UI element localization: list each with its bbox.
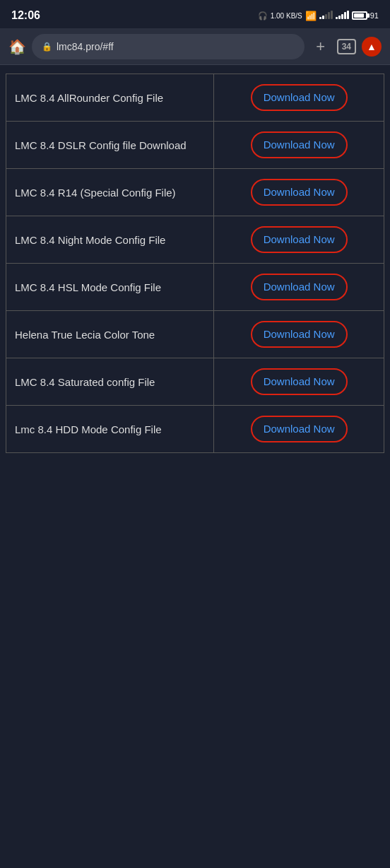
browser-bar: 🏠 🔒 lmc84.pro/#ff + 34 ▲ [0,28,390,65]
config-name: LMC 8.4 Saturated config File [6,358,214,406]
network-speed: 1.00 KB/S [271,12,302,20]
config-name: LMC 8.4 R14 (Special Config File) [6,169,214,216]
download-cell: Download Now [214,406,384,453]
table-row: LMC 8.4 Saturated config FileDownload No… [6,358,384,406]
download-table: LMC 8.4 AllRounder Config FileDownload N… [6,74,384,453]
status-time: 12:06 [11,9,40,22]
home-icon: 🏠 [8,39,26,54]
download-button-wrapper[interactable]: Download Now [251,274,348,300]
wifi-icon: 📶 [305,11,317,21]
config-name: Lmc 8.4 HDD Mode Config File [6,406,214,453]
signal-icon-2 [336,11,349,20]
add-tab-button[interactable]: + [310,36,331,57]
plus-icon: + [316,37,325,56]
tabs-count[interactable]: 34 [337,39,356,54]
signal-icon [319,11,333,20]
download-button-wrapper[interactable]: Download Now [251,84,348,111]
download-cell: Download Now [214,264,384,311]
download-cell: Download Now [214,169,384,216]
headphone-icon: 🎧 [258,11,268,20]
download-link[interactable]: Download Now [264,233,335,245]
download-link[interactable]: Download Now [264,281,335,293]
download-button-wrapper[interactable]: Download Now [251,131,348,158]
url-bar[interactable]: 🔒 lmc84.pro/#ff [32,34,305,59]
config-name: LMC 8.4 Night Mode Config File [6,216,214,264]
url-text: lmc84.pro/#ff [57,41,114,52]
table-row: LMC 8.4 DSLR Config file DownloadDownloa… [6,122,384,169]
download-link[interactable]: Download Now [264,186,335,198]
download-button-wrapper[interactable]: Download Now [251,416,348,442]
status-icons: 🎧 1.00 KB/S 📶 91 [258,11,379,21]
download-cell: Download Now [214,216,384,264]
config-name: Helena True Lecia Color Tone [6,311,214,358]
download-button-wrapper[interactable]: Download Now [251,368,348,395]
lock-icon: 🔒 [42,42,52,52]
battery-percent: 91 [370,11,379,20]
download-link[interactable]: Download Now [264,328,335,340]
config-name: LMC 8.4 DSLR Config file Download [6,122,214,169]
table-row: Helena True Lecia Color ToneDownload Now [6,311,384,358]
download-button-wrapper[interactable]: Download Now [251,226,348,253]
download-cell: Download Now [214,122,384,169]
download-cell: Download Now [214,358,384,406]
status-bar: 12:06 🎧 1.00 KB/S 📶 91 [0,0,390,28]
battery-icon [352,11,367,20]
arrow-up-icon: ▲ [367,41,377,52]
signal-bars-1 [319,11,333,19]
signal-bars-2 [336,11,349,19]
config-name: LMC 8.4 HSL Mode Config File [6,264,214,311]
home-button[interactable]: 🏠 [8,38,26,55]
table-row: LMC 8.4 Night Mode Config FileDownload N… [6,216,384,264]
download-cell: Download Now [214,74,384,122]
download-link[interactable]: Download Now [264,139,335,151]
table-row: LMC 8.4 HSL Mode Config FileDownload Now [6,264,384,311]
download-link[interactable]: Download Now [264,375,335,387]
download-button-wrapper[interactable]: Download Now [251,321,348,348]
menu-button[interactable]: ▲ [362,37,382,57]
config-name: LMC 8.4 AllRounder Config File [6,74,214,122]
table-row: LMC 8.4 AllRounder Config FileDownload N… [6,74,384,122]
content-area: LMC 8.4 AllRounder Config FileDownload N… [0,65,390,462]
download-link[interactable]: Download Now [264,91,335,103]
download-button-wrapper[interactable]: Download Now [251,179,348,206]
download-cell: Download Now [214,311,384,358]
download-link[interactable]: Download Now [264,423,335,435]
table-row: Lmc 8.4 HDD Mode Config FileDownload Now [6,406,384,453]
table-row: LMC 8.4 R14 (Special Config File)Downloa… [6,169,384,216]
